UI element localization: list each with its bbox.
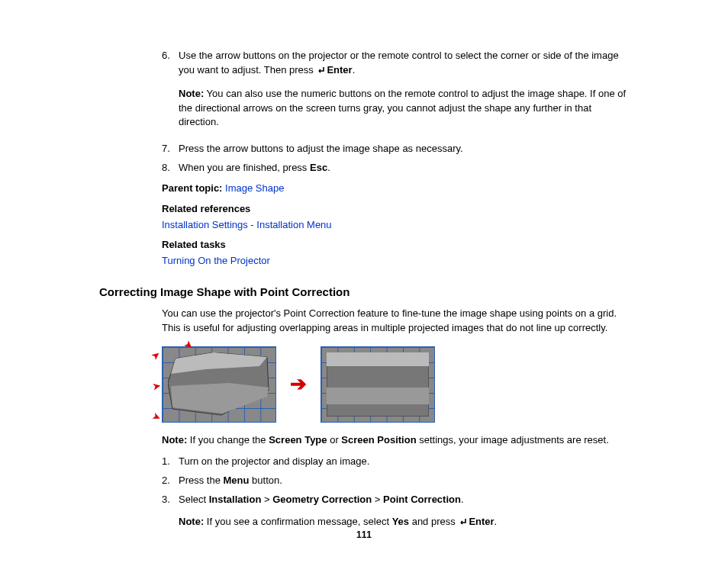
text: > (261, 494, 272, 505)
step-7: 7. Press the arrow buttons to adjust the… (162, 142, 629, 156)
note-body: You can also use the numeric buttons on … (179, 88, 626, 128)
path-1: Installation (209, 494, 262, 505)
figure-after (321, 346, 435, 423)
mid-note: Note: If you change the Screen Type or S… (162, 433, 629, 448)
text: If you see a confirmation message, selec… (204, 516, 391, 527)
text: button. (249, 475, 282, 486)
step-8-body: When you are finished, press Esc. (179, 161, 629, 175)
bstep-1-num: 1. (162, 455, 179, 469)
note-label: Note: (179, 516, 204, 527)
parent-topic-row: Parent topic: Image Shape (162, 182, 629, 196)
menu-label: Menu (224, 475, 250, 486)
text: > (372, 494, 383, 505)
red-arrow-icon: ➤ (152, 379, 162, 394)
step-7-num: 7. (162, 142, 179, 156)
esc-label: Esc (310, 162, 327, 173)
related-references-link[interactable]: Installation Settings - Installation Men… (162, 219, 332, 230)
note-label: Note: (162, 434, 187, 446)
text: . (494, 516, 498, 527)
section-heading: Correcting Image Shape with Point Correc… (99, 284, 629, 301)
page: 6. Use the arrow buttons on the projecto… (0, 0, 728, 563)
step-8: 8. When you are finished, press Esc. (162, 161, 629, 175)
step-8-num: 8. (162, 161, 179, 175)
text: Select (179, 494, 209, 505)
text: If you change the (187, 434, 269, 446)
step-6-note: Note: You can also use the numeric butto… (179, 87, 629, 130)
related-tasks-label: Related tasks (162, 238, 629, 253)
path-2: Geometry Correction (272, 494, 372, 505)
enter-icon (316, 65, 325, 79)
enter-label: Enter (469, 516, 494, 527)
text: settings, your image adjustments are res… (417, 434, 609, 446)
bstep-1: 1. Turn on the projector and display an … (162, 455, 629, 469)
path-3: Point Correction (383, 494, 461, 505)
arrow-right-icon: ➔ (290, 370, 307, 399)
related-tasks-link[interactable]: Turning On the Projector (162, 255, 270, 266)
step-6: 6. Use the arrow buttons on the projecto… (162, 49, 629, 137)
figure-before: ➤ ➤ ➤ ➤ (162, 346, 276, 423)
bstep-2: 2. Press the Menu button. (162, 474, 629, 488)
intro-paragraph: You can use the projector's Point Correc… (162, 307, 629, 336)
step-7-body: Press the arrow buttons to adjust the im… (179, 142, 629, 156)
grid-icon (162, 346, 276, 423)
bstep-2-num: 2. (162, 474, 179, 488)
parent-topic-label: Parent topic: (162, 182, 225, 194)
step-6-num: 6. (162, 49, 179, 137)
enter-label: Enter (327, 64, 352, 76)
parent-topic-link[interactable]: Image Shape (225, 182, 284, 194)
bstep-1-body: Turn on the projector and display an ima… (179, 455, 629, 469)
red-arrow-icon: ➤ (150, 409, 163, 424)
text: . (327, 162, 330, 173)
text: Press the (179, 475, 224, 486)
grid-icon (321, 346, 435, 423)
upper-steps: 6. Use the arrow buttons on the projecto… (162, 49, 629, 269)
bstep-2-body: Press the Menu button. (179, 474, 629, 488)
text: . (461, 494, 464, 505)
step-6-body: Use the arrow buttons on the projector o… (179, 49, 629, 137)
text: and press (409, 516, 458, 527)
screen-position-label: Screen Position (341, 434, 416, 446)
section-body: You can use the projector's Point Correc… (162, 307, 629, 539)
text: When you are finished, press (179, 162, 310, 173)
figure-row: ➤ ➤ ➤ ➤ ➔ (162, 346, 629, 423)
text: or (327, 434, 342, 446)
related-references-label: Related references (162, 202, 629, 217)
yes-label: Yes (392, 516, 409, 527)
page-number: 111 (0, 529, 728, 542)
screen-type-label: Screen Type (269, 434, 327, 446)
text: Use the arrow buttons on the projector o… (179, 50, 619, 76)
text: . (353, 64, 356, 76)
note-label: Note: (179, 88, 204, 99)
